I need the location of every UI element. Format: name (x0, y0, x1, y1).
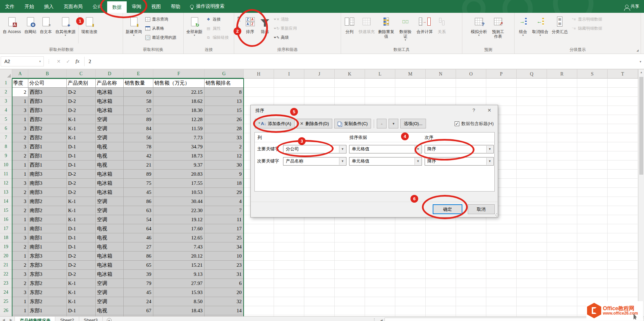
from-other-sources-button[interactable]: ◈ 自其他来源 ▾ (54, 13, 77, 45)
header-checkbox-icon[interactable]: ✓ (455, 121, 459, 126)
cell-A10[interactable]: 1 (12, 160, 28, 170)
cell-D18[interactable]: 电视 (96, 233, 124, 242)
cell-H2[interactable] (244, 88, 274, 97)
new-query-button[interactable]: ▮ 新建查询 ▾ (124, 13, 144, 45)
cell-B22[interactable]: 东部3 (28, 270, 67, 279)
cell-Q25[interactable] (517, 297, 547, 306)
cell-I26[interactable] (274, 306, 304, 315)
cell-M18[interactable] (395, 233, 426, 242)
cell-E8[interactable]: 78 (124, 142, 153, 151)
cell-A8[interactable]: 3 (12, 142, 28, 151)
cell-F6[interactable]: 11.59 (153, 124, 205, 133)
relationships-button[interactable]: 关系 (434, 13, 449, 45)
data-validation-button[interactable]: ☑⃠ 数据验证 ▾ (396, 13, 415, 45)
cell-C3[interactable]: D-2 (67, 97, 96, 106)
cell-Q19[interactable] (517, 242, 547, 252)
cell-I3[interactable] (274, 97, 304, 106)
cell-T19[interactable] (608, 242, 638, 252)
cell-R14[interactable] (547, 197, 577, 206)
cell-B2[interactable]: 西部3 (28, 88, 67, 97)
confirm-entry-icon[interactable]: ✓ (63, 59, 73, 64)
cell-N1[interactable] (426, 79, 456, 88)
cell-J20[interactable] (304, 252, 335, 261)
cell-L26[interactable] (365, 306, 395, 315)
cell-K22[interactable] (335, 270, 365, 279)
cell-E21[interactable]: 65 (124, 261, 153, 270)
cell-N24[interactable] (426, 288, 456, 297)
row-header-7[interactable]: 7 (0, 133, 12, 142)
cell-O3[interactable] (456, 97, 486, 106)
consolidate-button[interactable]: → 合并计算 (415, 13, 434, 45)
cell-T21[interactable] (608, 261, 638, 270)
cell-S4[interactable] (577, 106, 608, 115)
cell-R20[interactable] (547, 252, 577, 261)
from-table-button[interactable]: 从表格 (144, 24, 178, 33)
cell-Q15[interactable] (517, 206, 547, 215)
cell-S15[interactable] (577, 206, 608, 215)
cell-S6[interactable] (577, 124, 608, 133)
cell-Q3[interactable] (517, 97, 547, 106)
primary-key-column-combo[interactable]: 分公司 ▼ (283, 145, 346, 153)
cell-N19[interactable] (426, 242, 456, 252)
vertical-scrollbar-thumb[interactable] (639, 77, 643, 175)
cell-O18[interactable] (456, 233, 486, 242)
cell-O17[interactable] (456, 224, 486, 233)
cell-C24[interactable]: K-1 (67, 288, 96, 297)
recent-sources-button[interactable]: 🕒 最近使用的源 (144, 33, 178, 42)
cell-L21[interactable] (365, 261, 395, 270)
cell-D1[interactable]: 产品名称 (96, 79, 124, 88)
cell-R19[interactable] (547, 242, 577, 252)
cell-M3[interactable] (395, 97, 426, 106)
tell-me-search[interactable]: 操作说明搜索 (190, 3, 224, 9)
cell-O21[interactable] (456, 261, 486, 270)
cell-R12[interactable] (547, 179, 577, 188)
cell-A17[interactable]: 1 (12, 224, 28, 233)
cell-Q13[interactable] (517, 188, 547, 197)
column-header-E[interactable]: E (124, 69, 153, 79)
header-checkbox-group[interactable]: ✓ 数据包含标题(H) (455, 121, 494, 127)
cell-I1[interactable] (274, 79, 304, 88)
row-header-3[interactable]: 3 (0, 97, 12, 106)
cell-B6[interactable]: 西部2 (28, 124, 67, 133)
cell-I2[interactable] (274, 88, 304, 97)
ok-button[interactable]: 确定 (433, 204, 462, 214)
cell-T16[interactable] (608, 215, 638, 224)
cell-R17[interactable] (547, 224, 577, 233)
cell-C8[interactable]: D-1 (67, 142, 96, 151)
cell-R16[interactable] (547, 215, 577, 224)
cell-G13[interactable]: 29 (205, 188, 244, 197)
cell-R9[interactable] (547, 151, 577, 160)
cell-D11[interactable]: 电冰箱 (96, 170, 124, 179)
cell-E24[interactable]: 45 (124, 288, 153, 297)
column-header-P[interactable]: P (486, 69, 517, 79)
cell-O2[interactable] (456, 88, 486, 97)
cell-C15[interactable]: K-1 (67, 206, 96, 215)
cell-D9[interactable]: 电视 (96, 151, 124, 160)
cell-G16[interactable]: 11 (205, 215, 244, 224)
cell-T11[interactable] (608, 170, 638, 179)
cell-E7[interactable]: 56 (124, 133, 153, 142)
cell-S8[interactable] (577, 142, 608, 151)
cell-D4[interactable]: 电冰箱 (96, 106, 124, 115)
cell-E20[interactable]: 86 (124, 252, 153, 261)
cell-I23[interactable] (274, 279, 304, 288)
cell-G20[interactable]: 10 (205, 252, 244, 261)
flash-fill-button[interactable]: 快速填充 (357, 13, 376, 45)
cell-B17[interactable]: 南部1 (28, 224, 67, 233)
cell-F2[interactable]: 22.15 (153, 88, 205, 97)
cell-R8[interactable] (547, 142, 577, 151)
cell-J3[interactable] (304, 97, 335, 106)
cell-C22[interactable]: D-2 (67, 270, 96, 279)
cell-C7[interactable]: K-1 (67, 133, 96, 142)
insert-function-icon[interactable]: fx (73, 59, 82, 64)
cell-E5[interactable]: 89 (124, 115, 153, 124)
cell-T22[interactable] (608, 270, 638, 279)
column-header-T[interactable]: T (608, 69, 638, 79)
cell-F26[interactable]: 18.43 (153, 306, 205, 315)
dialog-resize-grip[interactable] (494, 213, 497, 216)
cell-G5[interactable]: 26 (205, 115, 244, 124)
cell-A11[interactable]: 1 (12, 170, 28, 179)
row-header-24[interactable]: 24 (0, 288, 12, 297)
column-header-J[interactable]: J (304, 69, 335, 79)
primary-key-order-combo[interactable]: 降序 ▼ (425, 145, 494, 153)
